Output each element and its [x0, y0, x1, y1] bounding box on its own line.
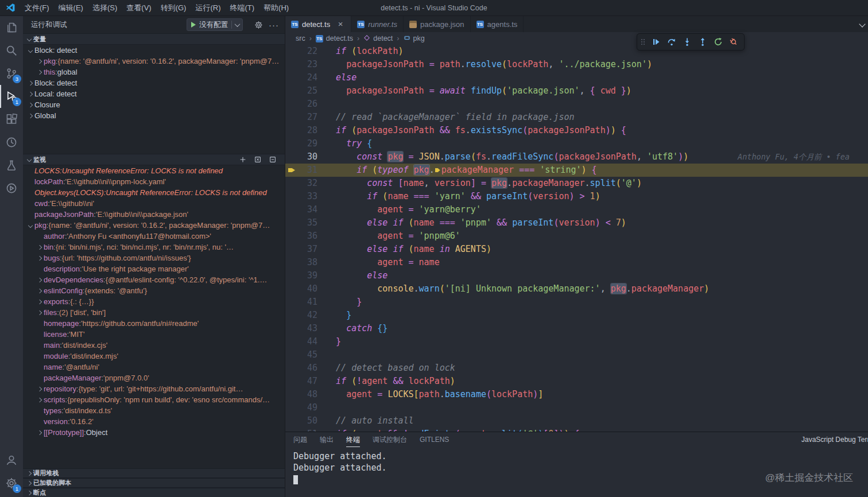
- menu-item[interactable]: 终端(T): [225, 0, 259, 15]
- breakpoint-gutter[interactable]: [285, 45, 298, 58]
- panel-tab-GITLENS[interactable]: GITLENS: [420, 432, 449, 447]
- watch-item[interactable]: eslintConfig: {extends: '@antfu'}: [23, 285, 285, 296]
- breakpoint-gutter[interactable]: [285, 190, 298, 203]
- variable-item[interactable]: Block: detect: [23, 45, 285, 56]
- breakpoint-gutter[interactable]: [285, 124, 298, 137]
- terminal-instance[interactable]: JavaScript Debug Terminal: [798, 432, 868, 447]
- watch-item[interactable]: cwd: 'E:\\github\\ni': [23, 198, 285, 209]
- watch-item[interactable]: lockPath: 'E:\\github\\ni\\pnpm-lock.yam…: [23, 176, 285, 187]
- panel-tab-问题[interactable]: 问题: [293, 432, 307, 447]
- menu-item[interactable]: 运行(R): [191, 0, 225, 15]
- close-icon[interactable]: ×: [336, 20, 345, 29]
- watch-item[interactable]: module: 'dist/index.mjs': [23, 351, 285, 362]
- menu-item[interactable]: 文件(F): [20, 0, 54, 15]
- variable-item[interactable]: Closure: [23, 99, 285, 110]
- breakpoint-gutter[interactable]: [285, 362, 298, 375]
- breakpoint-gutter[interactable]: [285, 256, 298, 269]
- watch-item[interactable]: scripts: {prepublishOnly: 'npm run build…: [23, 394, 285, 405]
- section-header-已加载的脚本[interactable]: 已加载的脚本: [23, 478, 285, 488]
- watch-item[interactable]: homepage: 'https://github.com/antfu/ni#r…: [23, 318, 285, 329]
- watch-item[interactable]: packageManager: 'pnpm@7.0.0': [23, 372, 285, 383]
- disconnect-button[interactable]: [728, 36, 739, 48]
- watch-item[interactable]: version: '0.16.2': [23, 416, 285, 427]
- menu-item[interactable]: 转到(G): [156, 0, 191, 15]
- watch-item[interactable]: exports: {.: {…}}: [23, 296, 285, 307]
- tab-package.json[interactable]: package.json: [404, 16, 471, 32]
- watch-item[interactable]: pkg: {name: '@antfu/ni', version: '0.16.…: [23, 220, 285, 231]
- breakpoint-gutter[interactable]: [285, 137, 298, 150]
- watch-item[interactable]: main: 'dist/index.cjs': [23, 340, 285, 351]
- step-out-button[interactable]: [697, 36, 708, 48]
- breakpoint-gutter[interactable]: [285, 203, 298, 216]
- extensions-icon[interactable]: [0, 108, 23, 131]
- watch-item[interactable]: bugs: {url: 'https://github.com/antfu/ni…: [23, 253, 285, 263]
- watch-item[interactable]: files: (2) ['dist', 'bin']: [23, 307, 285, 318]
- tab-detect.ts[interactable]: TSdetect.ts×: [285, 16, 351, 32]
- tab-agents.ts[interactable]: TSagents.ts: [471, 16, 524, 32]
- breakpoint-gutter[interactable]: [285, 111, 298, 124]
- section-header-断点[interactable]: 断点: [23, 488, 285, 497]
- breadcrumb-item-detect[interactable]: detect: [362, 34, 394, 43]
- tab-overflow-chevron-icon[interactable]: [859, 21, 865, 27]
- debug-settings-gear-icon[interactable]: [254, 21, 263, 29]
- breakpoint-gutter[interactable]: [285, 335, 298, 348]
- panel-tab-终端[interactable]: 终端: [346, 432, 360, 447]
- breakpoint-gutter[interactable]: [285, 309, 298, 322]
- explorer-icon[interactable]: [0, 16, 23, 39]
- breadcrumb-item-src[interactable]: src: [294, 34, 307, 42]
- watch-section-header[interactable]: 监视: [23, 154, 285, 165]
- run-circle-icon[interactable]: [0, 177, 23, 200]
- drag-handle[interactable]: [641, 39, 645, 45]
- source-control-icon[interactable]: 3: [0, 62, 23, 85]
- test-icon[interactable]: [0, 154, 23, 177]
- watch-item[interactable]: bin: {ni: 'bin/ni.mjs', nci: 'bin/nci.mj…: [23, 242, 285, 253]
- watch-item[interactable]: license: 'MIT': [23, 329, 285, 340]
- restart-button[interactable]: [712, 36, 724, 48]
- variable-item[interactable]: Global: [23, 110, 285, 121]
- breakpoint-gutter[interactable]: [285, 282, 298, 296]
- step-over-button[interactable]: [666, 36, 677, 48]
- breakpoint-gutter[interactable]: [285, 98, 298, 111]
- breakpoint-gutter[interactable]: [285, 401, 298, 414]
- breakpoint-gutter[interactable]: [285, 177, 298, 190]
- variable-item[interactable]: Block: detect: [23, 77, 285, 88]
- code-editor[interactable]: 22 if (lockPath)23 packageJsonPath = pat…: [285, 45, 868, 432]
- breakpoint-gutter[interactable]: [285, 84, 298, 98]
- collapse-all-icon[interactable]: [269, 156, 277, 164]
- watch-item[interactable]: name: '@antfu/ni': [23, 362, 285, 372]
- section-header-调用堆栈[interactable]: 调用堆栈: [23, 468, 285, 478]
- panel-tab-输出[interactable]: 输出: [320, 432, 334, 447]
- add-expression-icon[interactable]: [239, 156, 247, 164]
- menu-item[interactable]: 查看(V): [122, 0, 156, 15]
- breakpoint-gutter[interactable]: [285, 58, 298, 71]
- breakpoint-gutter[interactable]: [285, 150, 298, 164]
- search-icon[interactable]: [0, 39, 23, 62]
- breadcrumb-item-pkg[interactable]: pkg: [402, 34, 426, 43]
- run-and-debug-icon[interactable]: 1: [0, 85, 23, 108]
- remove-all-icon[interactable]: [254, 156, 262, 164]
- watch-item[interactable]: [[Prototype]]: Object: [23, 427, 285, 438]
- launch-config-dropdown[interactable]: 没有配置: [187, 18, 243, 31]
- menu-item[interactable]: 帮助(H): [259, 0, 293, 15]
- breakpoint-gutter[interactable]: [285, 71, 298, 84]
- breakpoint-gutter[interactable]: [285, 230, 298, 243]
- more-actions-icon[interactable]: ···: [269, 20, 279, 30]
- breakpoint-gutter[interactable]: [285, 348, 298, 362]
- settings-icon[interactable]: 1: [0, 472, 23, 495]
- menu-item[interactable]: 编辑(E): [54, 0, 88, 15]
- breadcrumb-item-detect.ts[interactable]: TSdetect.ts: [315, 34, 354, 42]
- breakpoint-gutter[interactable]: [285, 296, 298, 309]
- breakpoint-gutter[interactable]: [285, 375, 298, 388]
- breakpoint-gutter[interactable]: [285, 269, 298, 282]
- watch-item[interactable]: repository: {type: 'git', url: 'git+http…: [23, 383, 285, 394]
- history-icon[interactable]: [0, 131, 23, 154]
- watch-item[interactable]: Object.keys(LOCKS): Uncaught ReferenceEr…: [23, 187, 285, 198]
- menu-item[interactable]: 选择(S): [88, 0, 122, 15]
- tab-runner.ts[interactable]: TSrunner.ts: [351, 16, 404, 32]
- variables-section-header[interactable]: 变量: [23, 33, 285, 45]
- watch-item[interactable]: packageJsonPath: 'E:\\github\\ni\\packag…: [23, 209, 285, 220]
- continue-button[interactable]: [650, 36, 662, 48]
- breakpoint-gutter[interactable]: [285, 216, 298, 230]
- breakpoint-gutter[interactable]: [285, 414, 298, 428]
- watch-item[interactable]: types: 'dist/index.d.ts': [23, 405, 285, 416]
